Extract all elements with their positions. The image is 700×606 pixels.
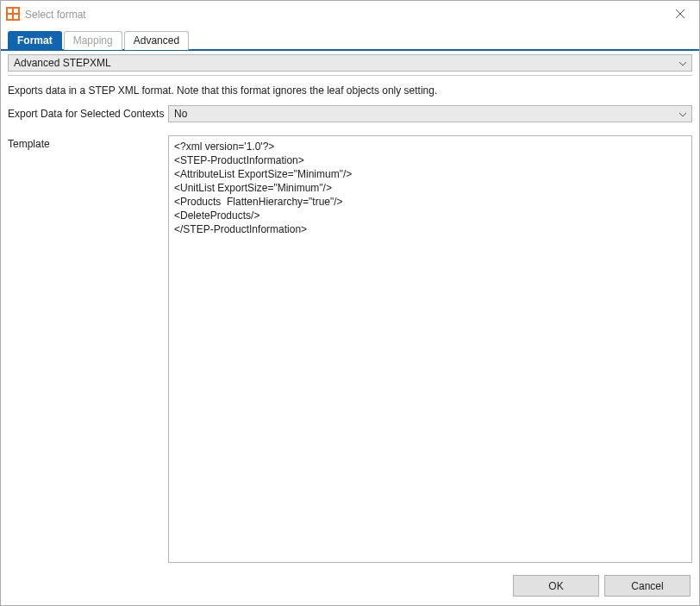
ok-button[interactable]: OK <box>513 575 599 597</box>
close-button[interactable] <box>660 1 699 27</box>
format-description: Exports data in a STEP XML format. Note … <box>8 76 692 105</box>
titlebar: Select format <box>1 1 699 27</box>
template-textarea[interactable]: <?xml version='1.0'?> <STEP-ProductInfor… <box>168 135 692 563</box>
contexts-label: Export Data for Selected Contexts <box>8 105 165 127</box>
select-format-dialog: Select format Format Mapping Advanced Ad… <box>0 0 700 606</box>
contexts-dropdown-value: No <box>174 108 676 120</box>
content-area: Advanced STEPXML Exports data in a STEP … <box>1 51 699 566</box>
window-title: Select format <box>25 8 660 21</box>
chevron-down-icon <box>676 57 690 69</box>
tab-advanced[interactable]: Advanced <box>124 31 189 50</box>
form-grid: Export Data for Selected Contexts No Tem… <box>8 105 692 566</box>
svg-rect-1 <box>8 9 12 13</box>
svg-rect-2 <box>14 9 18 13</box>
format-dropdown[interactable]: Advanced STEPXML <box>8 54 692 72</box>
contexts-dropdown[interactable]: No <box>168 105 692 122</box>
dialog-footer: OK Cancel <box>1 566 699 605</box>
tab-bar: Format Mapping Advanced <box>1 27 699 51</box>
svg-rect-3 <box>8 15 12 19</box>
tab-format[interactable]: Format <box>8 31 62 50</box>
chevron-down-icon <box>676 108 690 120</box>
svg-rect-4 <box>14 15 18 19</box>
format-dropdown-value: Advanced STEPXML <box>14 57 676 69</box>
tab-mapping[interactable]: Mapping <box>64 31 122 50</box>
close-icon <box>676 9 684 18</box>
cancel-button[interactable]: Cancel <box>604 575 691 597</box>
template-label: Template <box>8 135 165 567</box>
app-icon <box>6 7 20 21</box>
